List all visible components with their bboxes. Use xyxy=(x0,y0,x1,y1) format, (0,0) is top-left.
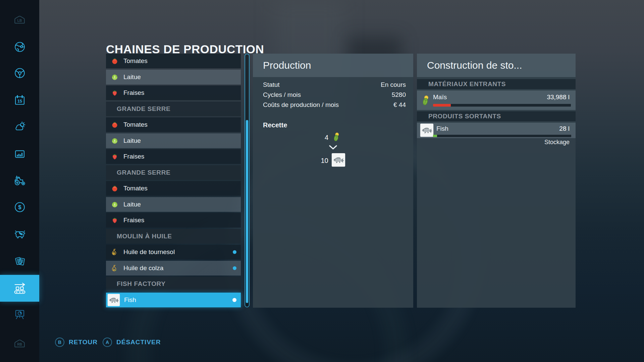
input-material-row[interactable]: Maïs 33,988 l xyxy=(417,90,576,110)
deactivate-button[interactable]: A DÉSACTIVER xyxy=(103,337,161,347)
production-list-item-fraises[interactable]: Fraises xyxy=(106,213,241,228)
back-button[interactable]: B RETOUR xyxy=(55,337,98,347)
production-list-item-tomates[interactable]: Tomates xyxy=(106,117,241,132)
section-header-label: MATÉRIAUX ENTRANTS xyxy=(428,80,506,88)
storage-panel-title: Construction de sto... xyxy=(427,60,522,71)
garage-icon xyxy=(13,174,27,187)
lb-shoulder-badge-icon: LB xyxy=(13,14,26,24)
recipe-output-line: 10 xyxy=(253,153,413,168)
sidebar-item-lb-shoulder-badge[interactable]: LB xyxy=(0,6,39,33)
sidebar-item-rb-shoulder-badge[interactable]: RB xyxy=(0,329,39,356)
fish-icon xyxy=(107,294,120,306)
calendar-icon: 15 xyxy=(13,94,26,107)
gamepad-a-icon: A xyxy=(103,338,112,347)
output-products-section-header: PRODUITS SORTANTS xyxy=(417,111,576,121)
sidebar-item-contracts[interactable] xyxy=(0,248,39,275)
storage-panel-header: Construction de sto... xyxy=(417,54,576,77)
sidebar-item-weather[interactable] xyxy=(0,113,39,140)
storage-mode-label: Stockage xyxy=(544,139,570,146)
presentation-icon xyxy=(13,308,26,321)
list-section-header: MOULIN À HUILE xyxy=(106,229,241,244)
sidebar-item-production-chains[interactable] xyxy=(0,275,39,302)
canola-oil-icon xyxy=(110,264,119,272)
contracts-icon xyxy=(13,255,27,268)
list-item-label: Tomates xyxy=(123,121,148,128)
product-label: Fish xyxy=(436,125,448,132)
vehicles-icon xyxy=(13,66,26,80)
list-item-label: Laitue xyxy=(123,73,141,81)
tomato-icon xyxy=(110,121,119,128)
stat-label: Statut xyxy=(263,81,280,88)
production-list-item-laitue[interactable]: Laitue xyxy=(106,70,241,84)
list-scrollbar[interactable] xyxy=(245,54,250,307)
material-label: Maïs xyxy=(433,94,447,101)
product-progress-bar xyxy=(433,135,571,137)
list-item-label: Tomates xyxy=(123,57,148,65)
sidebar-menu: LB15$RB xyxy=(0,0,39,362)
list-item-label: Laitue xyxy=(123,201,141,208)
tomato-icon xyxy=(110,57,119,65)
svg-text:15: 15 xyxy=(17,99,22,104)
production-list-item-huile-de-tournesol[interactable]: Huile de tournesol xyxy=(106,245,241,259)
production-list-item-laitue[interactable]: Laitue xyxy=(106,133,241,148)
recipe-arrow-line xyxy=(253,145,413,152)
product-value: 28 l xyxy=(559,125,570,132)
strawberry-icon xyxy=(110,153,119,160)
production-list-item-tomates[interactable]: Tomates xyxy=(106,181,241,196)
storage-panel: Construction de sto... MATÉRIAUX ENTRANT… xyxy=(417,54,576,308)
list-section-header: GRANDE SERRE xyxy=(106,165,241,180)
chevron-down-icon xyxy=(328,145,338,152)
list-item-label: Fraises xyxy=(123,89,144,97)
production-list-item-huile-de-colza[interactable]: Huile de colza xyxy=(106,261,241,276)
production-chains-icon xyxy=(13,281,27,295)
stat-label: Cycles / mois xyxy=(263,91,301,99)
strawberry-icon xyxy=(110,89,119,97)
stat-label: Coûts de production / mois xyxy=(263,101,339,109)
list-item-label: Laitue xyxy=(123,137,141,144)
map-icon xyxy=(13,40,26,54)
output-product-row[interactable]: Fish 28 l xyxy=(417,123,576,138)
scrollbar-thumb[interactable] xyxy=(246,120,248,303)
production-list-item-laitue[interactable]: Laitue xyxy=(106,197,241,212)
rb-shoulder-badge-icon: RB xyxy=(13,338,26,348)
sidebar-item-calendar[interactable]: 15 xyxy=(0,87,39,114)
production-details-panel: Production Statut En cours Cycles / mois… xyxy=(253,54,413,308)
active-production-dot xyxy=(232,298,236,302)
active-production-dot xyxy=(233,266,236,270)
section-header-label: PRODUITS SORTANTS xyxy=(428,113,501,120)
sidebar-item-presentation[interactable] xyxy=(0,301,39,328)
production-list-item-fraises[interactable]: Fraises xyxy=(106,85,241,100)
production-panel-title: Production xyxy=(263,60,311,71)
sidebar-item-statistics[interactable] xyxy=(0,141,39,168)
sidebar-item-finances[interactable]: $ xyxy=(0,194,39,221)
progress-fill xyxy=(433,104,451,107)
recipe-label: Recette xyxy=(263,121,287,129)
sunflower-oil-icon xyxy=(110,248,119,256)
stat-row-cycles: Cycles / mois 5280 xyxy=(263,90,406,100)
sidebar-item-garage[interactable] xyxy=(0,167,39,194)
recipe-output-qty: 10 xyxy=(321,157,328,165)
section-header-label: GRANDE SERRE xyxy=(117,105,170,113)
svg-text:RB: RB xyxy=(17,342,22,346)
sidebar-item-map[interactable] xyxy=(0,34,39,60)
deactivate-button-label: DÉSACTIVER xyxy=(116,339,161,346)
list-item-label: Tomates xyxy=(123,185,148,192)
sidebar-item-vehicles[interactable] xyxy=(0,60,39,86)
list-section-header: FISH FACTORY xyxy=(106,277,241,291)
corn-icon xyxy=(420,93,431,109)
material-value: 33,988 l xyxy=(547,94,570,101)
production-panel-header: Production xyxy=(253,54,413,77)
lettuce-icon xyxy=(110,137,119,144)
production-list-item-tomates[interactable]: Tomates xyxy=(106,54,241,68)
lettuce-icon xyxy=(110,201,119,208)
svg-text:LB: LB xyxy=(17,18,22,22)
sidebar-item-animals[interactable] xyxy=(0,221,39,247)
recipe-input-qty: 4 xyxy=(325,134,328,141)
production-list-item-fish[interactable]: Fish xyxy=(106,293,241,307)
back-button-label: RETOUR xyxy=(69,339,98,346)
production-list-item-fraises[interactable]: Fraises xyxy=(106,149,241,164)
svg-text:$: $ xyxy=(18,204,21,210)
tomato-icon xyxy=(110,185,119,192)
production-list: TomatesLaitueFraisesGRANDE SERRETomatesL… xyxy=(106,54,241,308)
fish-icon xyxy=(331,153,345,168)
